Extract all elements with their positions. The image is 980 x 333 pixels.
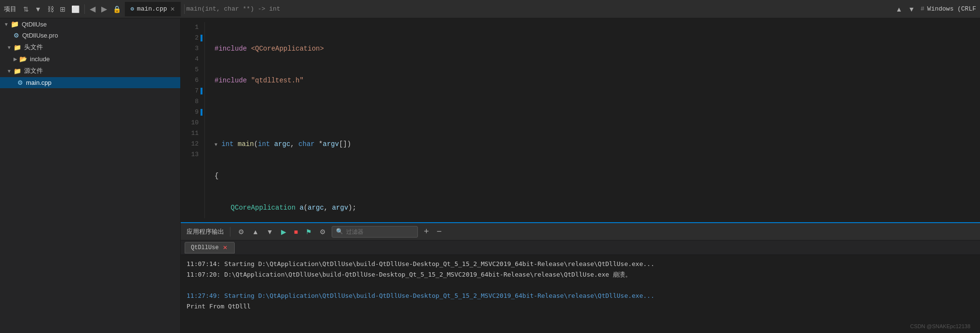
- include-arrow-icon: ▶: [13, 56, 17, 62]
- tab-divider: [184, 4, 185, 14]
- main-cpp-icon: ⚙: [17, 79, 23, 86]
- split-btn[interactable]: ⊞: [57, 4, 68, 14]
- output-line-2: 11:07:20: D:\QtApplication\QtDllUse\buil…: [187, 269, 974, 280]
- breadcrumb: main(int, char **) -> int: [187, 5, 281, 13]
- output-tab-label: QtDllUse: [191, 244, 219, 251]
- sources-arrow-icon: ▼: [7, 68, 12, 74]
- cpp-file-icon: ⚙: [131, 5, 134, 13]
- remove-btn[interactable]: −: [435, 226, 444, 238]
- line-num-8: 8: [187, 96, 199, 107]
- bottom-sep-1: [230, 227, 230, 237]
- main-area: ▼ 📁 QtDllUse ⚙ QtDllUse.pro ▼ 📁 头文件 ▶ 📂 …: [0, 18, 980, 333]
- code-line-2: #include "qtdlltest.h": [215, 75, 970, 86]
- run-process-btn[interactable]: ⚙: [236, 227, 246, 237]
- pro-file-icon: ⚙: [13, 32, 19, 39]
- sources-label: 源文件: [24, 67, 43, 75]
- debug-btn[interactable]: ⚑: [304, 227, 314, 237]
- platform-up-btn[interactable]: ▲: [893, 4, 905, 14]
- main-cpp-tab[interactable]: ⚙ main.cpp ✕: [125, 2, 181, 16]
- pro-file-label: QtDllUse.pro: [22, 32, 58, 39]
- sort-btn[interactable]: ⇅: [20, 4, 32, 14]
- line-num-7: 7: [187, 86, 199, 96]
- line-num-4: 4: [187, 54, 199, 65]
- headers-folder-icon: 📁: [13, 44, 21, 51]
- img-btn[interactable]: ⬜: [68, 4, 82, 14]
- tab-close-btn[interactable]: ✕: [170, 6, 175, 13]
- main-cpp-label: main.cpp: [26, 79, 52, 86]
- include-label: include: [30, 55, 50, 63]
- tab-filename: main.cpp: [137, 5, 167, 13]
- line-num-6: 6: [187, 75, 199, 86]
- line-num-5: 5: [187, 65, 199, 75]
- scroll-down-btn[interactable]: ▼: [265, 227, 275, 237]
- include-folder-icon: 📂: [19, 55, 27, 63]
- output-tab-qtdlluse[interactable]: QtDllUse ✕: [185, 242, 235, 253]
- play-btn[interactable]: ▶: [279, 227, 288, 237]
- search-icon: 🔍: [336, 228, 343, 235]
- breadcrumb-function: main(int, char **) -> int: [187, 5, 281, 13]
- lock-btn[interactable]: 🔒: [110, 4, 124, 14]
- code-content[interactable]: #include <QCoreApplication> #include "qt…: [205, 22, 980, 218]
- bottom-panel: 应用程序输出 ⚙ ▲ ▼ ▶ ■ ⚑ ⚙ 🔍 + − QtDllUse: [181, 222, 980, 333]
- output-line-5: Print From QtDlll: [187, 301, 974, 312]
- code-line-1: #include <QCoreApplication>: [215, 43, 970, 54]
- line-num-11: 11: [187, 128, 199, 139]
- line-num-13: 13: [187, 149, 199, 160]
- filter-btn[interactable]: ▼: [32, 4, 44, 14]
- headers-label: 头文件: [24, 43, 43, 52]
- sidebar-item-main-cpp[interactable]: ⚙ main.cpp: [0, 77, 180, 88]
- project-label: 项目: [4, 5, 16, 13]
- output-line-3: [187, 280, 974, 291]
- sidebar: ▼ 📁 QtDllUse ⚙ QtDllUse.pro ▼ 📁 头文件 ▶ 📂 …: [0, 18, 181, 333]
- link-btn[interactable]: ⛓: [44, 4, 57, 14]
- search-box: 🔍: [332, 226, 418, 238]
- platform-down-btn[interactable]: ▼: [905, 4, 918, 14]
- output-line-4: 11:27:49: Starting D:\QtApplication\QtDl…: [187, 291, 974, 301]
- root-arrow-icon: ▼: [4, 22, 9, 27]
- sidebar-item-sources[interactable]: ▼ 📁 源文件: [0, 65, 180, 77]
- top-toolbar: 项目 ⇅ ▼ ⛓ ⊞ ⬜ ◀ ▶ 🔒 ⚙ main.cpp ✕ main(int…: [0, 0, 980, 18]
- headers-arrow-icon: ▼: [7, 45, 12, 50]
- code-line-4: ▼ int main(int argc, char *argv[]): [215, 139, 970, 149]
- sidebar-item-pro[interactable]: ⚙ QtDllUse.pro: [0, 30, 180, 41]
- line-num-1: 1: [187, 22, 199, 33]
- output-line-1: 11:07:14: Starting D:\QtApplication\QtDl…: [187, 259, 974, 269]
- platform-label: Windows (CRLF: [927, 5, 976, 13]
- line-num-9: 9: [187, 107, 199, 118]
- nav-fwd-btn[interactable]: ▶: [98, 3, 110, 14]
- code-editor[interactable]: 1 2 3 4 5 6 7 8 9 10 11 12 13 #include <…: [181, 18, 980, 222]
- sidebar-item-headers[interactable]: ▼ 📁 头文件: [0, 41, 180, 53]
- code-line-6: QCoreApplication a(argc, argv);: [215, 202, 970, 213]
- scroll-up-btn[interactable]: ▲: [250, 227, 261, 237]
- output-tab-close-btn[interactable]: ✕: [222, 244, 228, 251]
- filter-input[interactable]: [346, 228, 414, 235]
- toolbar-divider: [84, 4, 85, 14]
- sources-folder-icon: 📁: [13, 67, 21, 75]
- watermark: CSDN @SNAKEpc12138: [910, 323, 970, 329]
- nav-back-btn[interactable]: ◀: [87, 3, 98, 14]
- line-num-12: 12: [187, 139, 199, 149]
- root-label: QtDllUse: [22, 21, 47, 28]
- fold-arrow-4[interactable]: ▼: [215, 142, 217, 147]
- line-num-10: 10: [187, 118, 199, 128]
- line-num-3: 3: [187, 43, 199, 54]
- settings-btn[interactable]: ⚙: [318, 227, 328, 237]
- line-numbers: 1 2 3 4 5 6 7 8 9 10 11 12 13: [181, 22, 205, 218]
- editor-area: 1 2 3 4 5 6 7 8 9 10 11 12 13 #include <…: [181, 18, 980, 333]
- sidebar-item-include[interactable]: ▶ 📂 include: [0, 53, 180, 65]
- root-folder-icon: 📁: [11, 20, 19, 28]
- bottom-toolbar: 应用程序输出 ⚙ ▲ ▼ ▶ ■ ⚑ ⚙ 🔍 + −: [181, 223, 980, 240]
- bottom-tabs-bar: QtDllUse ✕: [181, 240, 980, 255]
- hash-symbol: #: [921, 5, 925, 13]
- code-line-3: [215, 107, 970, 118]
- sidebar-item-root[interactable]: ▼ 📁 QtDllUse: [0, 18, 180, 30]
- add-btn[interactable]: +: [422, 226, 431, 238]
- stop-btn[interactable]: ■: [292, 227, 300, 237]
- line-num-2: 2: [187, 33, 199, 43]
- output-panel-label: 应用程序输出: [187, 227, 224, 236]
- code-line-5: {: [215, 171, 970, 181]
- output-content[interactable]: 11:07:14: Starting D:\QtApplication\QtDl…: [181, 255, 980, 333]
